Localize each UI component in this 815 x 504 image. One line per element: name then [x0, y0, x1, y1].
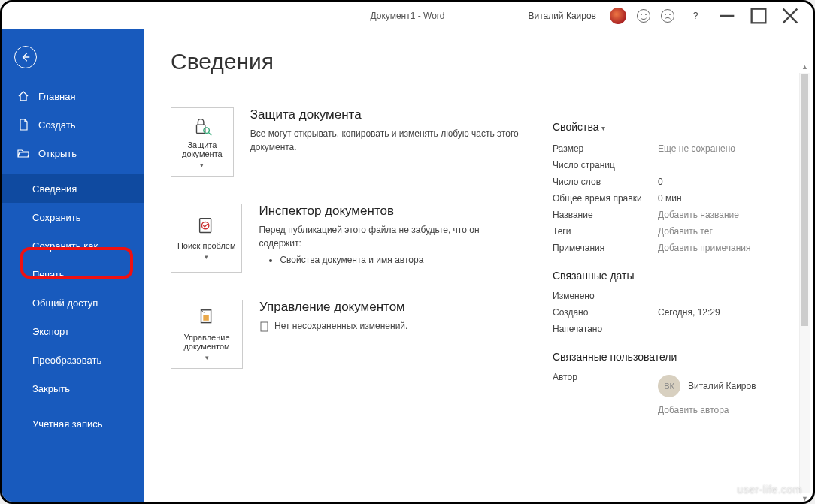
protect-tile-label: Защита документа [174, 140, 230, 158]
nav-save-as-label: Сохранить как [32, 240, 98, 252]
scroll-up-arrow[interactable]: ▲ [800, 61, 810, 73]
author-name: Виталий Каиров [688, 381, 756, 391]
nav-info-label: Сведения [32, 183, 77, 195]
prop-created-key: Создано [553, 307, 658, 318]
prop-title-key: Название [553, 210, 658, 220]
document-icon [17, 119, 29, 131]
inspect-text: Перед публикацией этого файла не забудьт… [259, 223, 523, 250]
inspect-icon [195, 216, 218, 238]
watermark: user-life.com [737, 484, 802, 496]
nav-open-label: Открыть [38, 148, 77, 159]
nav-print-label: Печать [32, 269, 65, 280]
protect-document-tile[interactable]: Защита документа ▾ [171, 107, 234, 177]
related-dates-heading: Связанные даты [553, 270, 786, 282]
home-icon [17, 90, 29, 102]
svg-rect-11 [203, 315, 209, 321]
chevron-down-icon: ▾ [205, 253, 208, 261]
svg-rect-12 [261, 322, 268, 331]
prop-comments-key: Примечания [553, 243, 658, 253]
protect-heading: Защита документа [250, 107, 523, 122]
document-small-icon [259, 321, 270, 332]
nav-new[interactable]: Создать [2, 110, 144, 139]
protect-section: Защита документа ▾ Защита документа Все … [171, 107, 523, 177]
prop-size-key: Размер [553, 143, 658, 154]
chevron-down-icon: ▾ [205, 354, 209, 361]
nav-separator [14, 171, 132, 171]
titlebar: Документ1 - Word Виталий Каиров ? [2, 2, 813, 29]
prop-title-value[interactable]: Добавить название [658, 210, 739, 220]
nav-home[interactable]: Главная [2, 82, 144, 110]
prop-size-value: Еще не сохранено [658, 143, 735, 154]
scroll-thumb[interactable] [801, 74, 808, 326]
nav-save[interactable]: Сохранить [2, 203, 144, 231]
nav-close[interactable]: Закрыть [2, 374, 144, 403]
nav-save-as[interactable]: Сохранить как [2, 231, 144, 260]
manage-text: Нет несохраненных изменений. [259, 319, 408, 333]
nav-info[interactable]: Сведения [2, 174, 144, 203]
document-title: Документ1 - Word [370, 11, 444, 21]
page-title: Сведения [171, 49, 523, 74]
svg-line-7 [208, 132, 211, 135]
chevron-down-icon: ▾ [200, 161, 204, 169]
minimize-button[interactable] [717, 7, 738, 25]
nav-transform-label: Преобразовать [32, 355, 101, 366]
nav-new-label: Создать [38, 119, 75, 131]
related-people-heading: Связанные пользователи [553, 351, 786, 363]
nav-transform[interactable]: Преобразовать [2, 346, 144, 374]
svg-point-6 [204, 128, 210, 134]
nav-save-label: Сохранить [32, 212, 81, 223]
prop-tags-value[interactable]: Добавить тег [658, 226, 713, 237]
svg-rect-1 [752, 9, 766, 23]
lock-search-icon [191, 115, 214, 137]
prop-edittime-value: 0 мин [658, 193, 682, 204]
manage-tile-label: Управление документом [174, 333, 239, 351]
nav-print[interactable]: Печать [2, 260, 144, 288]
nav-account[interactable]: Учетная запись [2, 409, 144, 438]
properties-heading-label: Свойства [553, 121, 598, 133]
close-button[interactable] [780, 7, 801, 25]
user-avatar[interactable] [610, 8, 626, 24]
manage-section: Управление документом ▾ Управление докум… [171, 300, 523, 369]
manage-heading: Управление документом [259, 300, 408, 315]
prop-edittime-key: Общее время правки [553, 193, 658, 204]
author-row[interactable]: ВК Виталий Каиров [658, 375, 756, 397]
inspect-heading: Инспектор документов [259, 204, 523, 219]
chevron-down-icon: ▾ [601, 124, 605, 132]
nav-share-label: Общий доступ [32, 297, 98, 309]
prop-words-value: 0 [658, 177, 663, 187]
inspect-tile-label: Поиск проблем [177, 241, 236, 250]
prop-comments-value[interactable]: Добавить примечания [658, 243, 751, 253]
sad-face-icon[interactable] [661, 9, 674, 23]
help-button[interactable]: ? [685, 7, 706, 25]
nav-home-label: Главная [38, 91, 75, 102]
nav-share[interactable]: Общий доступ [2, 288, 144, 317]
properties-dropdown[interactable]: Свойства▾ [553, 121, 786, 133]
maximize-button[interactable] [748, 7, 769, 25]
user-name[interactable]: Виталий Каиров [528, 11, 596, 21]
smile-face-icon[interactable] [637, 9, 650, 23]
inspect-section: Поиск проблем ▾ Инспектор документов Пер… [171, 204, 523, 273]
author-avatar: ВК [658, 375, 680, 397]
prop-created-value: Сегодня, 12:29 [658, 307, 720, 318]
content-area: Сведения Защита документа ▾ Защита докум… [144, 29, 813, 502]
manage-document-tile[interactable]: Управление документом ▾ [171, 300, 243, 369]
nav-account-label: Учетная запись [32, 418, 103, 430]
prop-pages-key: Число страниц [553, 160, 658, 171]
prop-words-key: Число слов [553, 177, 658, 187]
inspect-bullet: Свойства документа и имя автора [280, 255, 523, 265]
check-issues-tile[interactable]: Поиск проблем ▾ [171, 204, 242, 273]
prop-author-key: Автор [553, 372, 658, 382]
nav-open[interactable]: Открыть [2, 139, 144, 167]
nav-export[interactable]: Экспорт [2, 317, 144, 346]
prop-printed-key: Напечатано [553, 324, 658, 334]
manage-doc-icon [195, 307, 218, 330]
nav-separator [14, 406, 132, 406]
backstage-sidebar: Главная Создать Открыть Сведения Сохрани… [2, 29, 144, 502]
back-button[interactable] [14, 46, 37, 68]
prop-modified-key: Изменено [553, 291, 658, 301]
protect-text: Все могут открывать, копировать и изменя… [250, 127, 523, 154]
add-author-link[interactable]: Добавить автора [658, 405, 756, 415]
vertical-scrollbar[interactable]: ▲ ▼ [799, 73, 810, 493]
folder-open-icon [17, 147, 29, 159]
prop-tags-key: Теги [553, 226, 658, 237]
